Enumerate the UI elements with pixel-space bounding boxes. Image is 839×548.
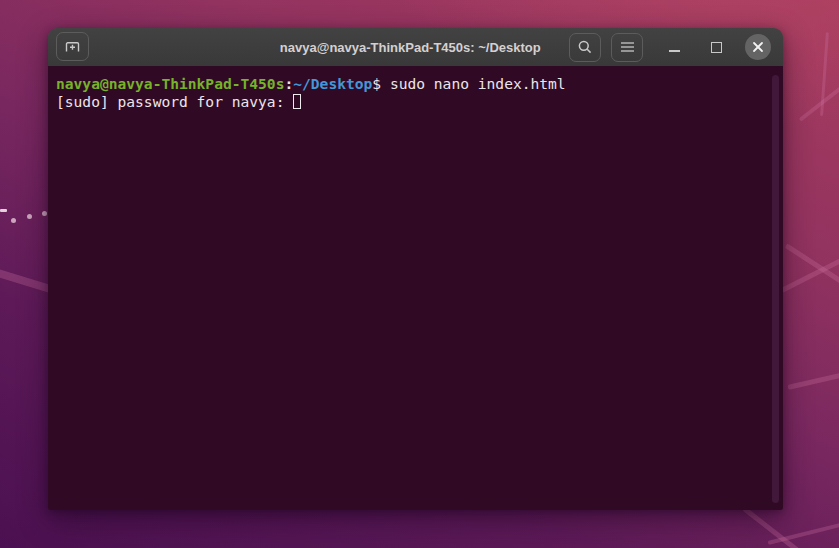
desktop: { "colors": { "wall_top": "#a93d5f", "wa… [0, 0, 839, 548]
hamburger-menu-icon [620, 41, 635, 53]
search-button[interactable] [569, 33, 601, 62]
new-tab-button[interactable] [56, 32, 89, 61]
search-icon [577, 39, 593, 55]
titlebar[interactable]: navya@navya-ThinkPad-T450s: ~/Desktop [48, 28, 783, 66]
prompt-separator: : [284, 75, 293, 92]
wallpaper-line [742, 507, 820, 548]
prompt-symbol: $ [372, 75, 390, 92]
prompt-user-host: navya@navya-ThinkPad-T450s [56, 75, 284, 92]
password-prompt-text: [sudo] password for navya: [56, 93, 293, 110]
minimize-icon [669, 50, 680, 52]
new-tab-icon [64, 38, 81, 55]
terminal-prompt-line: navya@navya-ThinkPad-T450s:~/Desktop$ su… [56, 75, 763, 93]
wallpaper-line [787, 372, 839, 390]
terminal-cursor [293, 94, 301, 109]
command-text: sudo nano index.html [390, 75, 566, 92]
minimize-button[interactable] [661, 34, 687, 60]
window-title: navya@navya-ThinkPad-T450s: ~/Desktop [280, 40, 541, 55]
menu-button[interactable] [611, 33, 643, 62]
wallpaper-dot [27, 214, 32, 219]
terminal-output-line: [sudo] password for navya: [56, 93, 763, 111]
maximize-icon [711, 42, 722, 53]
prompt-path: ~/Desktop [293, 75, 372, 92]
close-icon [752, 41, 764, 53]
close-button[interactable] [745, 34, 771, 60]
wallpaper-dash [0, 209, 7, 212]
terminal-window: navya@navya-ThinkPad-T450s: ~/Desktop [48, 28, 783, 510]
terminal-content[interactable]: navya@navya-ThinkPad-T450s:~/Desktop$ su… [48, 66, 783, 510]
wallpaper-line [799, 75, 839, 121]
wallpaper-dot [42, 211, 47, 216]
maximize-button[interactable] [703, 34, 729, 60]
wallpaper-dot [11, 218, 16, 223]
terminal-scrollbar[interactable] [772, 75, 779, 503]
titlebar-controls [569, 32, 771, 62]
